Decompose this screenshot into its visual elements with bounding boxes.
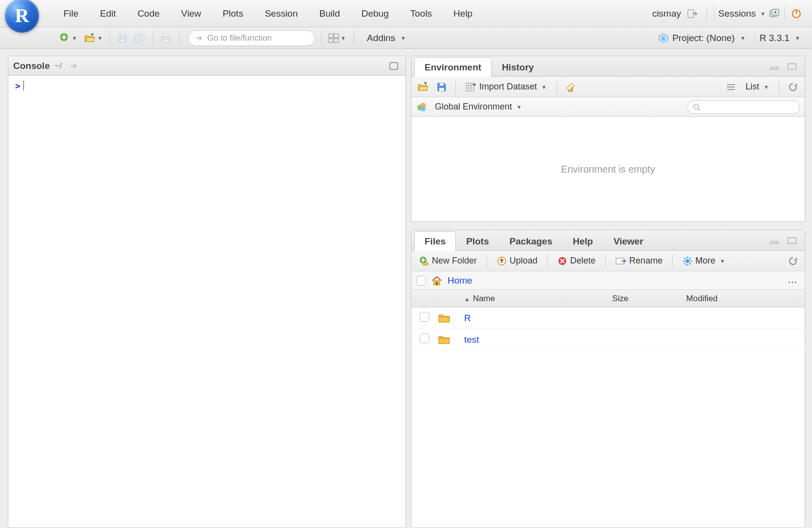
svg-rect-17 bbox=[390, 63, 398, 69]
console-body[interactable]: > bbox=[8, 76, 406, 528]
upload-button[interactable]: Upload bbox=[494, 254, 540, 267]
env-view-label: List bbox=[746, 82, 759, 92]
svg-text:R: R bbox=[662, 36, 665, 41]
maximize-pane-icon[interactable] bbox=[785, 234, 799, 247]
r-version-dropdown[interactable]: R 3.3.1 ▼ bbox=[754, 33, 805, 44]
tab-plots[interactable]: Plots bbox=[456, 231, 499, 251]
goto-file-function-search[interactable]: Go to file/function bbox=[188, 30, 315, 46]
env-scope-bar: Global Environment ▼ bbox=[411, 97, 805, 117]
menu-plots[interactable]: Plots bbox=[213, 4, 253, 23]
menu-session[interactable]: Session bbox=[255, 4, 308, 23]
menu-build[interactable]: Build bbox=[310, 4, 350, 23]
svg-rect-28 bbox=[770, 242, 778, 243]
file-name-link[interactable]: R bbox=[464, 313, 471, 323]
path-more-icon[interactable]: ... bbox=[786, 274, 800, 287]
select-all-checkbox[interactable] bbox=[416, 276, 426, 286]
open-file-dropdown[interactable]: ▼ bbox=[83, 31, 104, 45]
menu-code[interactable]: Code bbox=[128, 4, 169, 23]
rename-button[interactable]: Rename bbox=[613, 254, 665, 267]
table-row[interactable]: R bbox=[411, 308, 805, 329]
popout-icon[interactable] bbox=[67, 59, 81, 73]
main-area: Console ~/ > Environment History bbox=[0, 49, 812, 528]
scope-icon bbox=[416, 102, 427, 112]
list-view-icon bbox=[724, 80, 738, 94]
svg-rect-11 bbox=[329, 34, 333, 38]
menu-debug[interactable]: Debug bbox=[352, 4, 399, 23]
file-name-link[interactable]: test bbox=[464, 334, 479, 345]
svg-rect-36 bbox=[436, 282, 438, 285]
menu-view[interactable]: View bbox=[171, 4, 211, 23]
breadcrumb-home[interactable]: Home bbox=[448, 275, 472, 286]
minimize-pane-icon[interactable] bbox=[768, 60, 781, 73]
menu-tools[interactable]: Tools bbox=[401, 4, 442, 23]
caret-down-icon: ▼ bbox=[516, 104, 522, 110]
svg-rect-13 bbox=[329, 39, 333, 43]
refresh-icon[interactable] bbox=[786, 80, 800, 94]
scope-label: Global Environment bbox=[435, 102, 512, 112]
tab-environment[interactable]: Environment bbox=[414, 57, 491, 77]
new-folder-label: New Folder bbox=[432, 256, 477, 266]
files-path-bar: Home ... bbox=[411, 271, 805, 290]
delete-button[interactable]: Delete bbox=[555, 254, 598, 267]
save-workspace-icon[interactable] bbox=[435, 80, 449, 94]
workspace-panes-dropdown[interactable]: ▼ bbox=[327, 31, 348, 45]
new-folder-button[interactable]: New Folder bbox=[416, 254, 480, 267]
col-name[interactable]: ▲Name bbox=[462, 294, 612, 304]
svg-rect-14 bbox=[334, 39, 339, 43]
tab-viewer[interactable]: Viewer bbox=[603, 231, 654, 251]
tab-help[interactable]: Help bbox=[562, 231, 603, 251]
menu-file[interactable]: File bbox=[54, 4, 88, 23]
grid-import-icon bbox=[466, 83, 476, 91]
quit-button[interactable] bbox=[790, 7, 803, 21]
save-button[interactable] bbox=[116, 31, 129, 45]
more-dropdown[interactable]: More ▼ bbox=[680, 254, 728, 267]
sessions-dropdown[interactable]: Sessions ▼ bbox=[714, 6, 785, 21]
tab-files[interactable]: Files bbox=[414, 231, 456, 251]
folder-icon bbox=[438, 334, 462, 345]
addins-dropdown[interactable]: Addins ▼ bbox=[367, 33, 406, 44]
caret-down-icon: ▼ bbox=[760, 11, 766, 17]
load-workspace-icon[interactable] bbox=[416, 80, 430, 94]
more-label: More bbox=[695, 256, 715, 266]
rename-icon bbox=[616, 257, 626, 265]
table-row[interactable]: test bbox=[411, 329, 805, 351]
sign-out-icon[interactable] bbox=[686, 7, 700, 21]
tab-packages[interactable]: Packages bbox=[499, 231, 563, 251]
gear-icon bbox=[683, 256, 692, 266]
env-scope-dropdown[interactable]: Global Environment ▼ bbox=[432, 100, 525, 113]
rstudio-logo: R bbox=[5, 0, 39, 33]
caret-down-icon: ▼ bbox=[795, 35, 800, 41]
col-size[interactable]: Size bbox=[612, 294, 686, 304]
caret-down-icon: ▼ bbox=[401, 35, 406, 41]
new-session-icon bbox=[769, 9, 780, 19]
svg-rect-6 bbox=[120, 39, 125, 42]
console-header: Console ~/ bbox=[8, 56, 406, 76]
import-dataset-dropdown[interactable]: Import Dataset ▼ bbox=[463, 80, 550, 93]
search-placeholder: Go to file/function bbox=[207, 33, 272, 43]
svg-rect-10 bbox=[163, 39, 169, 43]
rename-label: Rename bbox=[629, 256, 662, 266]
col-name-label: Name bbox=[473, 294, 495, 303]
svg-rect-29 bbox=[788, 238, 796, 243]
refresh-icon[interactable] bbox=[786, 254, 800, 268]
row-checkbox[interactable] bbox=[420, 312, 429, 322]
env-view-dropdown[interactable]: List ▼ bbox=[743, 80, 772, 93]
minimize-pane-icon[interactable] bbox=[768, 234, 781, 247]
clear-workspace-icon[interactable] bbox=[564, 80, 577, 94]
menu-edit[interactable]: Edit bbox=[90, 4, 126, 23]
menu-help[interactable]: Help bbox=[444, 4, 482, 23]
print-button[interactable] bbox=[159, 31, 173, 45]
new-file-dropdown[interactable]: ▼ bbox=[59, 31, 79, 45]
env-toolbar: Import Dataset ▼ List ▼ bbox=[411, 77, 805, 97]
save-all-button[interactable] bbox=[133, 31, 147, 45]
maximize-pane-icon[interactable] bbox=[387, 59, 401, 73]
console-prompt: > bbox=[15, 81, 21, 91]
project-dropdown[interactable]: R Project: (None) ▼ bbox=[654, 33, 750, 44]
env-search[interactable] bbox=[687, 100, 800, 114]
row-checkbox[interactable] bbox=[420, 333, 429, 343]
maximize-pane-icon[interactable] bbox=[785, 60, 799, 73]
tab-history[interactable]: History bbox=[491, 57, 544, 77]
svg-point-27 bbox=[694, 104, 699, 109]
col-modified[interactable]: Modified bbox=[686, 294, 805, 304]
console-title: Console bbox=[13, 61, 50, 71]
